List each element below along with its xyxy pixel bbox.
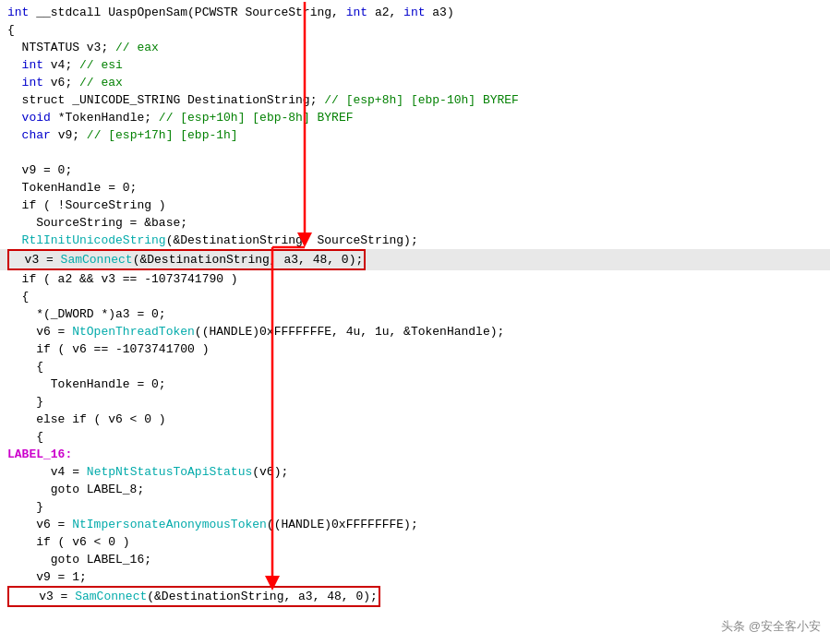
code-line: if ( v6 < 0 ) — [0, 533, 830, 551]
code-line: v9 = 0; — [0, 161, 830, 179]
code-line: char v9; // [esp+17h] [ebp-1h] — [0, 126, 830, 144]
code-line: int __stdcall UaspOpenSam(PCWSTR SourceS… — [0, 4, 830, 21]
code-line: if ( a2 && v3 == -1073741790 ) — [0, 270, 830, 288]
code-line: } — [0, 393, 830, 411]
code-line: NTSTATUS v3; // eax — [0, 39, 830, 56]
code-line: v6 = NtOpenThreadToken((HANDLE)0xFFFFFFF… — [0, 323, 830, 340]
code-line: int v4; // esi — [0, 56, 830, 74]
code-line: v4 = NetpNtStatusToApiStatus(v6); — [0, 463, 830, 481]
code-line: if ( !SourceString ) — [0, 197, 830, 214]
code-line: TokenHandle = 0; — [0, 179, 830, 197]
code-line: { — [0, 288, 830, 305]
code-line: struct _UNICODE_STRING DestinationString… — [0, 91, 830, 109]
code-line: void *TokenHandle; // [esp+10h] [ebp-8h]… — [0, 109, 830, 126]
code-line: *(_DWORD *)a3 = 0; — [0, 305, 830, 323]
code-line: } — [0, 498, 830, 516]
code-line: if ( v6 == -1073741700 ) — [0, 340, 830, 358]
code-line: { — [0, 428, 830, 446]
code-line: int v6; // eax — [0, 74, 830, 91]
code-line: LABEL_16: — [0, 446, 830, 463]
code-line: RtlInitUnicodeString(&DestinationString,… — [0, 232, 830, 249]
code-line: { — [0, 358, 830, 376]
code-line: v9 = 1; — [0, 568, 830, 586]
code-line: SourceString = &base; — [0, 214, 830, 232]
watermark: 头条 @安全客小安 — [721, 618, 821, 635]
code-line: TokenHandle = 0; — [0, 376, 830, 393]
code-line: goto LABEL_8; — [0, 481, 830, 498]
code-line: v6 = NtImpersonateAnonymousToken((HANDLE… — [0, 516, 830, 533]
code-line: v3 = SamConnect(&DestinationString, a3, … — [0, 249, 830, 270]
code-line: goto LABEL_16; — [0, 551, 830, 568]
code-line — [0, 144, 830, 161]
code-container: int __stdcall UaspOpenSam(PCWSTR SourceS… — [0, 0, 830, 644]
code-line: else if ( v6 < 0 ) — [0, 411, 830, 428]
code-line: { — [0, 21, 830, 39]
code-line: v3 = SamConnect(&DestinationString, a3, … — [0, 586, 830, 607]
